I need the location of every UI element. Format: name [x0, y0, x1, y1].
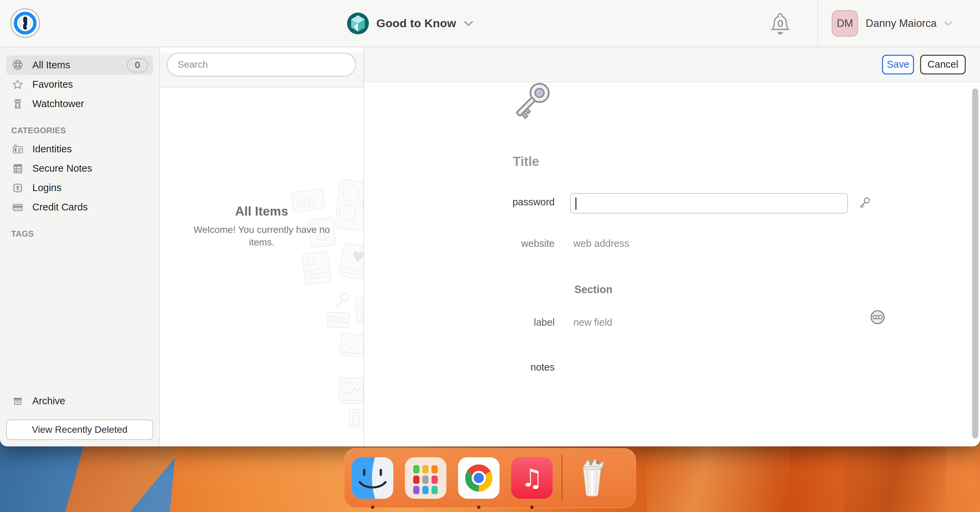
- list-toolbar: [160, 53, 363, 88]
- key-icon: [505, 79, 563, 137]
- dock-finder-icon[interactable]: [352, 457, 393, 499]
- password-input[interactable]: [570, 193, 848, 214]
- sidebar-section-categories: CATEGORIES: [11, 126, 148, 136]
- watchtower-icon: [11, 98, 24, 111]
- dock-launchpad-icon[interactable]: [405, 457, 447, 499]
- sidebar-item-label: Identities: [32, 143, 72, 155]
- 1password-window: Good to Know 0 DM Danny Maiorca: [0, 0, 980, 446]
- key-generator-icon[interactable]: [856, 195, 872, 211]
- section-title[interactable]: Section: [574, 284, 612, 296]
- chrome-logo: [465, 464, 492, 491]
- sidebar-item-archive[interactable]: Archive: [6, 391, 153, 411]
- chevron-down-icon: [464, 21, 473, 27]
- dock-trash-icon[interactable]: [571, 457, 613, 499]
- wallpaper-light-band: [646, 435, 789, 512]
- item-editor-panel: Save Cancel Title password: [364, 47, 980, 446]
- empty-state-title: All Items: [160, 204, 363, 219]
- sidebar-item-favorites[interactable]: Favorites: [6, 75, 153, 94]
- new-field-placeholder[interactable]: new field: [573, 317, 612, 328]
- dock: ♫: [344, 448, 636, 508]
- view-recently-deleted-button[interactable]: View Recently Deleted: [6, 420, 153, 440]
- sidebar-item-logins[interactable]: Logins: [6, 178, 153, 198]
- sidebar-item-label: Secure Notes: [32, 163, 92, 174]
- sidebar-item-label: Watchtower: [32, 98, 84, 109]
- running-indicator-music: [530, 506, 533, 509]
- account-menu[interactable]: DM Danny Maiorca: [832, 0, 953, 47]
- sidebar-item-label: Logins: [32, 182, 61, 193]
- notifications-bell-icon[interactable]: 0: [768, 10, 792, 39]
- sidebar-item-label: All Items: [32, 60, 70, 71]
- editor-body: Title password website web address Secti…: [364, 82, 980, 446]
- concealed-field-icon[interactable]: [870, 309, 885, 325]
- sidebar-item-label: Archive: [32, 395, 65, 407]
- website-field-placeholder[interactable]: web address: [573, 238, 629, 249]
- avatar: DM: [832, 10, 858, 37]
- notification-count: 0: [778, 18, 783, 29]
- wallpaper-dark-band: [844, 435, 946, 512]
- dock-chrome-icon[interactable]: [458, 457, 500, 499]
- music-note-glyph: ♫: [521, 464, 543, 492]
- archive-box-icon: [11, 395, 24, 407]
- illustration-document: [301, 250, 331, 285]
- item-list-panel: ✈ ♥: [160, 47, 364, 446]
- sidebar-item-label: Credit Cards: [32, 201, 88, 213]
- app-header: Good to Know 0 DM Danny Maiorca: [0, 0, 980, 47]
- illustration-cash-card: [339, 332, 364, 358]
- sidebar-item-secure-notes[interactable]: Secure Notes: [6, 159, 153, 178]
- password-field-label: password: [487, 197, 555, 208]
- all-items-count-badge: 0: [127, 58, 148, 73]
- sidebar-item-identities[interactable]: Identities: [6, 139, 153, 159]
- save-button[interactable]: Save: [882, 55, 914, 75]
- website-field-label: website: [487, 238, 555, 249]
- running-indicator-finder: [371, 506, 374, 509]
- 1password-logo-icon[interactable]: [10, 8, 41, 39]
- chevron-down-icon: [944, 21, 953, 26]
- text-caret: [576, 198, 576, 210]
- empty-state-message: Welcome! You currently have no items.: [187, 224, 337, 249]
- sidebar-item-label: Favorites: [32, 79, 73, 90]
- header-divider: [817, 0, 818, 47]
- sidebar-item-watchtower[interactable]: Watchtower: [6, 94, 153, 114]
- empty-state: All Items Welcome! You currently have no…: [160, 204, 363, 249]
- illustration-house-card: [355, 296, 364, 323]
- star-icon: [11, 78, 24, 91]
- dock-music-icon[interactable]: ♫: [511, 457, 553, 499]
- note-icon: [11, 162, 24, 175]
- illustration-key: [331, 289, 355, 313]
- vault-switcher[interactable]: Good to Know: [347, 0, 473, 47]
- credit-card-icon: [11, 201, 24, 214]
- chart-line-icon: [342, 385, 361, 397]
- user-name: Danny Maiorca: [865, 17, 937, 30]
- editor-toolbar: Save Cancel: [364, 47, 980, 82]
- title-placeholder[interactable]: Title: [513, 154, 539, 169]
- scrollbar-thumb[interactable]: [972, 89, 978, 439]
- sidebar: All Items 0 Favorites Watchtower CATEGOR…: [0, 47, 160, 446]
- vault-name: Good to Know: [376, 17, 456, 30]
- illustration-chart-document: [339, 377, 363, 404]
- sidebar-item-all-items[interactable]: All Items 0: [6, 55, 153, 75]
- sidebar-section-tags: TAGS: [11, 229, 148, 239]
- running-indicator-chrome: [477, 506, 480, 509]
- empty-vault-illustration: ✈ ♥: [160, 82, 363, 446]
- illustration-ticket: [349, 408, 364, 429]
- grid-dots-icon: [11, 59, 24, 72]
- sidebar-item-credit-cards[interactable]: Credit Cards: [6, 198, 153, 217]
- notes-field-label: notes: [487, 362, 555, 373]
- new-field-label[interactable]: label: [487, 317, 555, 328]
- vault-gem-icon: [347, 13, 369, 34]
- keyhole-icon: [11, 182, 24, 195]
- search-input[interactable]: [167, 53, 356, 76]
- id-card-icon: [11, 143, 24, 156]
- cancel-button[interactable]: Cancel: [920, 55, 966, 75]
- illustration-credit-card: [327, 311, 350, 328]
- dock-separator: [562, 455, 563, 501]
